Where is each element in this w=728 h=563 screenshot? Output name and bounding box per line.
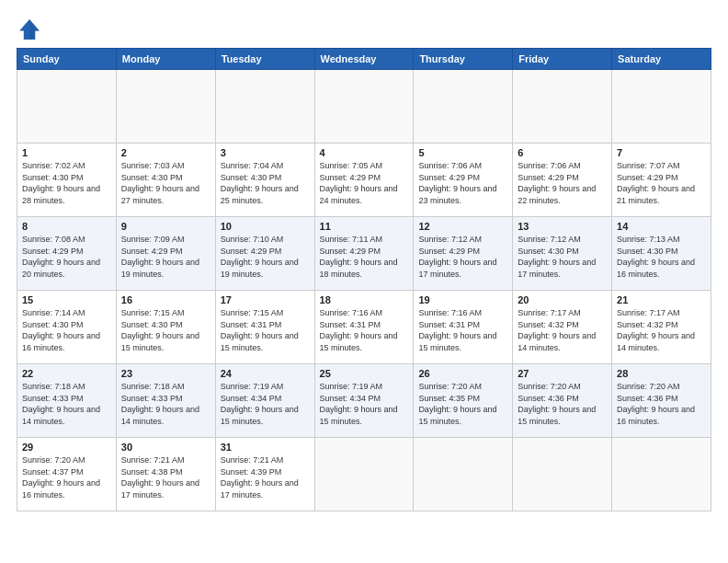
day-info: Sunrise: 7:20 AMSunset: 4:36 PMDaylight:…	[518, 381, 607, 427]
day-number: 23	[121, 368, 210, 379]
calendar-day-header: Tuesday	[215, 49, 314, 70]
logo	[17, 17, 46, 42]
day-number: 21	[617, 294, 706, 305]
day-number: 31	[221, 442, 310, 453]
day-info: Sunrise: 7:20 AMSunset: 4:36 PMDaylight:…	[617, 381, 706, 427]
day-number: 9	[121, 221, 210, 232]
calendar-header-row: SundayMondayTuesdayWednesdayThursdayFrid…	[17, 49, 711, 70]
day-info: Sunrise: 7:13 AMSunset: 4:30 PMDaylight:…	[617, 234, 706, 280]
calendar-week-row: 1 Sunrise: 7:02 AMSunset: 4:30 PMDayligh…	[17, 144, 711, 217]
day-info: Sunrise: 7:17 AMSunset: 4:32 PMDaylight:…	[518, 307, 607, 353]
day-info: Sunrise: 7:03 AMSunset: 4:30 PMDaylight:…	[121, 160, 210, 206]
calendar-day-cell: 8 Sunrise: 7:08 AMSunset: 4:29 PMDayligh…	[17, 217, 117, 291]
day-info: Sunrise: 7:16 AMSunset: 4:31 PMDaylight:…	[320, 307, 409, 353]
calendar-table: SundayMondayTuesdayWednesdayThursdayFrid…	[17, 48, 711, 511]
calendar-day-cell: 11 Sunrise: 7:11 AMSunset: 4:29 PMDaylig…	[314, 217, 414, 291]
day-info: Sunrise: 7:20 AMSunset: 4:37 PMDaylight:…	[22, 454, 111, 500]
calendar-day-cell: 9 Sunrise: 7:09 AMSunset: 4:29 PMDayligh…	[116, 217, 215, 291]
day-info: Sunrise: 7:21 AMSunset: 4:38 PMDaylight:…	[121, 454, 210, 500]
calendar-day-cell: 24 Sunrise: 7:19 AMSunset: 4:34 PMDaylig…	[215, 364, 314, 438]
day-info: Sunrise: 7:06 AMSunset: 4:29 PMDaylight:…	[518, 160, 607, 206]
day-number: 18	[320, 294, 409, 305]
calendar-day-header: Sunday	[17, 49, 117, 70]
day-number: 15	[22, 294, 111, 305]
calendar-day-cell	[513, 438, 612, 511]
calendar-day-cell	[612, 70, 711, 144]
day-number: 11	[320, 221, 409, 232]
calendar-day-cell: 31 Sunrise: 7:21 AMSunset: 4:39 PMDaylig…	[215, 438, 314, 511]
calendar-day-cell: 7 Sunrise: 7:07 AMSunset: 4:29 PMDayligh…	[612, 144, 711, 217]
day-info: Sunrise: 7:02 AMSunset: 4:30 PMDaylight:…	[22, 160, 111, 206]
day-info: Sunrise: 7:17 AMSunset: 4:32 PMDaylight:…	[617, 307, 706, 353]
calendar-day-cell	[116, 70, 215, 144]
calendar-day-cell: 20 Sunrise: 7:17 AMSunset: 4:32 PMDaylig…	[513, 291, 612, 364]
calendar-day-cell: 21 Sunrise: 7:17 AMSunset: 4:32 PMDaylig…	[612, 291, 711, 364]
day-info: Sunrise: 7:05 AMSunset: 4:29 PMDaylight:…	[320, 160, 409, 206]
calendar-day-cell	[215, 70, 314, 144]
calendar-day-cell: 12 Sunrise: 7:12 AMSunset: 4:29 PMDaylig…	[414, 217, 513, 291]
calendar-day-cell: 10 Sunrise: 7:10 AMSunset: 4:29 PMDaylig…	[215, 217, 314, 291]
day-number: 1	[22, 147, 111, 158]
calendar-day-cell: 28 Sunrise: 7:20 AMSunset: 4:36 PMDaylig…	[612, 364, 711, 438]
calendar-day-cell: 26 Sunrise: 7:20 AMSunset: 4:35 PMDaylig…	[414, 364, 513, 438]
calendar-week-row: 8 Sunrise: 7:08 AMSunset: 4:29 PMDayligh…	[17, 217, 711, 291]
calendar-week-row: 15 Sunrise: 7:14 AMSunset: 4:30 PMDaylig…	[17, 291, 711, 364]
day-info: Sunrise: 7:18 AMSunset: 4:33 PMDaylight:…	[121, 381, 210, 427]
calendar-day-cell: 4 Sunrise: 7:05 AMSunset: 4:29 PMDayligh…	[314, 144, 414, 217]
calendar-day-cell: 14 Sunrise: 7:13 AMSunset: 4:30 PMDaylig…	[612, 217, 711, 291]
calendar-day-cell: 6 Sunrise: 7:06 AMSunset: 4:29 PMDayligh…	[513, 144, 612, 217]
day-number: 20	[518, 294, 607, 305]
day-info: Sunrise: 7:10 AMSunset: 4:29 PMDaylight:…	[221, 234, 310, 280]
day-number: 30	[121, 442, 210, 453]
calendar-day-cell: 5 Sunrise: 7:06 AMSunset: 4:29 PMDayligh…	[414, 144, 513, 217]
calendar-day-cell: 22 Sunrise: 7:18 AMSunset: 4:33 PMDaylig…	[17, 364, 117, 438]
calendar-day-cell: 2 Sunrise: 7:03 AMSunset: 4:30 PMDayligh…	[116, 144, 215, 217]
calendar-day-cell: 17 Sunrise: 7:15 AMSunset: 4:31 PMDaylig…	[215, 291, 314, 364]
day-number: 17	[221, 294, 310, 305]
day-number: 19	[418, 294, 507, 305]
page-header	[17, 17, 711, 42]
day-info: Sunrise: 7:12 AMSunset: 4:29 PMDaylight:…	[418, 234, 507, 280]
day-info: Sunrise: 7:18 AMSunset: 4:33 PMDaylight:…	[22, 381, 111, 427]
day-info: Sunrise: 7:14 AMSunset: 4:30 PMDaylight:…	[22, 307, 111, 353]
day-info: Sunrise: 7:15 AMSunset: 4:31 PMDaylight:…	[221, 307, 310, 353]
day-info: Sunrise: 7:07 AMSunset: 4:29 PMDaylight:…	[617, 160, 706, 206]
calendar-day-cell: 27 Sunrise: 7:20 AMSunset: 4:36 PMDaylig…	[513, 364, 612, 438]
day-info: Sunrise: 7:12 AMSunset: 4:30 PMDaylight:…	[518, 234, 607, 280]
day-number: 22	[22, 368, 111, 379]
day-number: 14	[617, 221, 706, 232]
day-number: 29	[22, 442, 111, 453]
day-info: Sunrise: 7:09 AMSunset: 4:29 PMDaylight:…	[121, 234, 210, 280]
calendar-day-cell: 16 Sunrise: 7:15 AMSunset: 4:30 PMDaylig…	[116, 291, 215, 364]
day-info: Sunrise: 7:06 AMSunset: 4:29 PMDaylight:…	[418, 160, 507, 206]
day-number: 4	[320, 147, 409, 158]
day-number: 26	[418, 368, 507, 379]
calendar-day-cell	[612, 438, 711, 511]
day-number: 24	[221, 368, 310, 379]
day-number: 28	[617, 368, 706, 379]
day-info: Sunrise: 7:21 AMSunset: 4:39 PMDaylight:…	[221, 454, 310, 500]
calendar-day-cell	[414, 438, 513, 511]
calendar-week-row	[17, 70, 711, 144]
day-number: 5	[418, 147, 507, 158]
calendar-day-cell: 19 Sunrise: 7:16 AMSunset: 4:31 PMDaylig…	[414, 291, 513, 364]
svg-marker-1	[29, 19, 40, 40]
day-info: Sunrise: 7:16 AMSunset: 4:31 PMDaylight:…	[418, 307, 507, 353]
calendar-day-cell	[314, 70, 414, 144]
day-info: Sunrise: 7:20 AMSunset: 4:35 PMDaylight:…	[418, 381, 507, 427]
day-number: 2	[121, 147, 210, 158]
day-info: Sunrise: 7:08 AMSunset: 4:29 PMDaylight:…	[22, 234, 111, 280]
calendar-day-cell: 15 Sunrise: 7:14 AMSunset: 4:30 PMDaylig…	[17, 291, 117, 364]
day-info: Sunrise: 7:11 AMSunset: 4:29 PMDaylight:…	[320, 234, 409, 280]
calendar-day-cell	[513, 70, 612, 144]
calendar-day-cell: 3 Sunrise: 7:04 AMSunset: 4:30 PMDayligh…	[215, 144, 314, 217]
calendar-day-header: Thursday	[414, 49, 513, 70]
day-number: 25	[320, 368, 409, 379]
calendar-day-cell: 23 Sunrise: 7:18 AMSunset: 4:33 PMDaylig…	[116, 364, 215, 438]
day-number: 10	[221, 221, 310, 232]
day-number: 3	[221, 147, 310, 158]
calendar-day-cell: 18 Sunrise: 7:16 AMSunset: 4:31 PMDaylig…	[314, 291, 414, 364]
day-number: 13	[518, 221, 607, 232]
calendar-day-header: Wednesday	[314, 49, 414, 70]
logo-icon	[17, 17, 42, 42]
